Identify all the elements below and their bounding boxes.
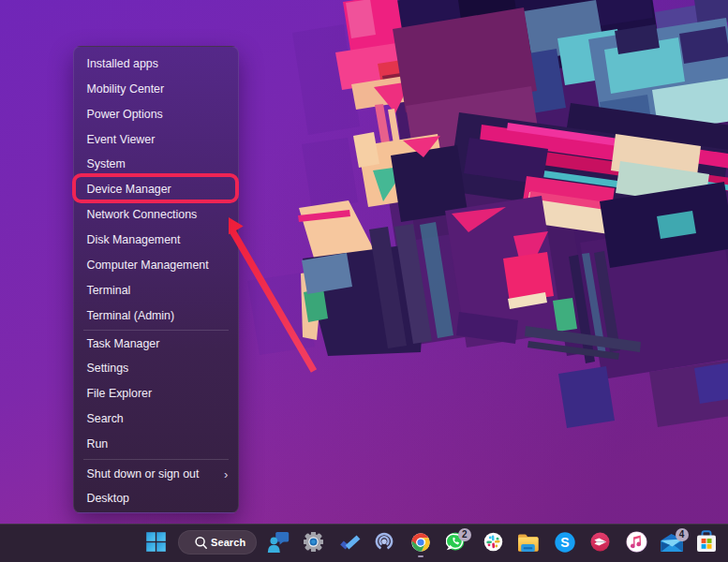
svg-text:S: S: [560, 535, 569, 550]
